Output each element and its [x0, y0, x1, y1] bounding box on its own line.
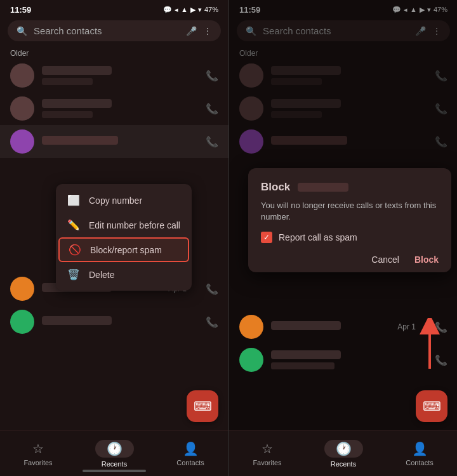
status-icons-left: 💬 ◂ ▲ ▶ ▾ 47%: [163, 6, 218, 14]
cancel-button[interactable]: Cancel: [371, 255, 399, 265]
recents-icon-left: 🕐: [107, 442, 123, 456]
search-icon-left: 🔍: [17, 26, 27, 36]
dialpad-icon-left: ⌨: [194, 399, 212, 414]
favorites-label-left: Favorites: [23, 459, 52, 466]
block-icon: 🚫: [69, 244, 81, 256]
red-arrow-svg: [411, 318, 449, 369]
contact-info-2: [42, 99, 206, 118]
report-spam-checkbox[interactable]: ✓: [261, 232, 272, 243]
search-placeholder-left: Search contacts: [34, 25, 180, 36]
contact-name-right-5: [271, 350, 341, 359]
avatar-right-4: [239, 315, 263, 339]
nav-favorites-right[interactable]: ☆ Favorites: [229, 441, 305, 466]
contact-name-4: [42, 316, 112, 325]
nav-contacts-left[interactable]: 👤 Contacts: [152, 441, 228, 466]
avatar-2: [10, 96, 34, 121]
edit-icon: ✏️: [67, 219, 80, 231]
nav-favorites-left[interactable]: ☆ Favorites: [0, 441, 76, 466]
favorites-icon-left: ☆: [32, 441, 44, 456]
location-icon: ◂: [175, 6, 178, 14]
contacts-icon-right: 👤: [412, 441, 428, 456]
contact-info-4: [42, 316, 206, 328]
contact-detail-2: [42, 111, 93, 118]
arrow-annotation: [411, 318, 449, 371]
dialpad-fab-left[interactable]: ⌨: [187, 390, 218, 422]
contact-info-selected: [42, 136, 206, 148]
contact-row-4: 📞: [0, 305, 228, 338]
contact-info-1: [42, 66, 206, 85]
blocked-number-blurred: [298, 183, 348, 192]
contacts-label-left: Contacts: [176, 459, 204, 466]
status-bar-left: 11:59 💬 ◂ ▲ ▶ ▾ 47%: [0, 0, 228, 18]
recents-label-right: Recents: [331, 460, 356, 468]
favorites-label-right: Favorites: [253, 459, 281, 466]
contacts-label-right: Contacts: [406, 459, 433, 466]
dialpad-fab-right[interactable]: ⌨: [416, 390, 447, 422]
contact-detail-1: [42, 78, 93, 85]
block-checkbox-row[interactable]: ✓ Report call as spam: [261, 232, 439, 243]
delete-label: Delete: [89, 270, 114, 280]
avatar-4: [10, 310, 34, 334]
contact-info-right-4: [271, 321, 397, 333]
menu-item-edit-number[interactable]: ✏️ Edit number before call: [56, 213, 192, 237]
avatar-1: [10, 63, 34, 88]
youtube-icon: ▶: [190, 6, 195, 14]
block-dialog: Block You will no longer receive calls o…: [248, 168, 451, 272]
gesture-bar-left: [83, 470, 146, 472]
context-menu: ⬜ Copy number ✏️ Edit number before call…: [56, 184, 192, 291]
left-phone: 11:59 💬 ◂ ▲ ▶ ▾ 47% 🔍 Search contacts 🎤 …: [0, 0, 228, 476]
whatsapp-icon: 💬: [163, 6, 172, 14]
more-icon-left[interactable]: ⋮: [203, 26, 212, 36]
wifi-icon: ▾: [198, 6, 202, 14]
copy-number-label: Copy number: [89, 195, 142, 206]
menu-item-block-spam[interactable]: 🚫 Block/report spam: [58, 237, 189, 262]
contact-row-selected: 📞: [0, 125, 228, 158]
contact-name-2: [42, 99, 112, 108]
avatar-selected: [10, 129, 34, 154]
block-button[interactable]: Block: [414, 255, 439, 265]
search-bar-left[interactable]: 🔍 Search contacts 🎤 ⋮: [8, 20, 221, 41]
avatar-3: [10, 277, 34, 301]
dialpad-icon-right: ⌨: [423, 399, 441, 414]
delete-icon: 🗑️: [67, 268, 80, 281]
right-phone: 11:59 💬 ◂ ▲ ▶ ▾ 47% 🔍 Search contacts 🎤 …: [229, 0, 457, 476]
nav-contacts-right[interactable]: 👤 Contacts: [381, 441, 457, 466]
call-icon-3: 📞: [206, 283, 218, 295]
block-description: You will no longer receive calls or text…: [261, 200, 439, 223]
report-spam-label: Report call as spam: [279, 232, 357, 242]
recents-icon-right: 🕐: [336, 442, 352, 456]
call-icon-selected: 📞: [206, 136, 218, 148]
contact-detail-right-5: [271, 362, 334, 369]
signal-icon: ▲: [181, 6, 188, 13]
copy-icon: ⬜: [67, 194, 80, 206]
contact-row-2: 📞: [0, 92, 228, 125]
block-title-text: Block: [261, 181, 290, 194]
call-icon-4: 📞: [206, 316, 218, 328]
block-dialog-title: Block: [261, 181, 439, 194]
checkmark-icon: ✓: [263, 233, 270, 242]
contacts-icon-left: 👤: [183, 441, 199, 456]
battery-icon: 47%: [204, 6, 218, 13]
edit-number-label: Edit number before call: [89, 220, 180, 230]
nav-recents-left[interactable]: 🕐 Recents: [76, 440, 152, 468]
block-spam-label: Block/report spam: [90, 245, 162, 255]
call-icon-2: 📞: [206, 103, 218, 115]
call-icon-1: 📞: [206, 70, 218, 82]
avatar-right-5: [239, 348, 263, 372]
recents-label-left: Recents: [102, 460, 127, 468]
contact-name-selected: [42, 136, 118, 145]
contact-name-right-4: [271, 321, 341, 330]
menu-item-delete[interactable]: 🗑️ Delete: [56, 262, 192, 287]
mic-icon-left[interactable]: 🎤: [186, 26, 197, 36]
favorites-icon-right: ☆: [262, 441, 273, 456]
contact-name-1: [42, 66, 112, 75]
status-time-left: 11:59: [10, 5, 31, 15]
bottom-nav-right: ☆ Favorites 🕐 Recents 👤 Contacts: [229, 430, 457, 476]
menu-item-copy-number[interactable]: ⬜ Copy number: [56, 188, 192, 213]
block-dialog-actions: Cancel Block: [261, 255, 439, 265]
section-older-left: Older: [0, 46, 228, 59]
nav-recents-right[interactable]: 🕐 Recents: [305, 440, 381, 468]
contact-row-1: 📞: [0, 59, 228, 92]
